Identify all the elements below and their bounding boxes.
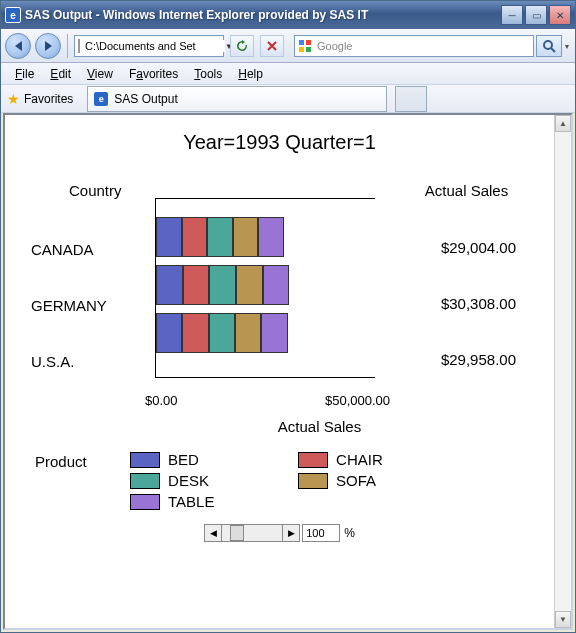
forward-button[interactable]: [35, 33, 61, 59]
bar-row: [156, 265, 375, 305]
category-label: CANADA: [25, 221, 155, 277]
search-dropdown-icon[interactable]: ▼: [563, 43, 571, 50]
search-field[interactable]: [294, 35, 534, 57]
chart-title: Year=1993 Quarter=1: [15, 131, 544, 154]
address-bar[interactable]: ▼: [74, 35, 224, 57]
legend-item: DESK: [130, 472, 270, 489]
y-axis-label: Country: [25, 182, 155, 199]
legend-swatch: [298, 452, 328, 468]
ie-icon: e: [5, 7, 21, 23]
x-axis-label: Actual Sales: [95, 418, 544, 435]
page-icon: [78, 39, 80, 53]
legend-label: CHAIR: [336, 451, 383, 468]
bar-segment-chair: [182, 313, 208, 353]
browser-window: e SAS Output - Windows Internet Explorer…: [0, 0, 576, 633]
svg-line-5: [551, 48, 555, 52]
x-axis: $0.00 $50,000.00: [145, 393, 405, 408]
legend-label: BED: [168, 451, 199, 468]
bar-row: [156, 217, 375, 257]
bar-segment-bed: [156, 217, 182, 257]
address-input[interactable]: [83, 40, 225, 52]
close-button[interactable]: ✕: [549, 5, 571, 25]
value-column: Actual Sales $29,004.00 $30,308.00 $29,9…: [375, 178, 534, 389]
back-button[interactable]: [5, 33, 31, 59]
category-label: U.S.A.: [25, 333, 155, 389]
svg-rect-3: [306, 47, 311, 52]
menu-file[interactable]: File: [7, 65, 42, 83]
browser-tab[interactable]: e SAS Output: [87, 86, 387, 112]
google-icon: [298, 39, 312, 53]
bar-segment-chair: [183, 265, 210, 305]
value-header: Actual Sales: [399, 182, 534, 199]
menu-favorites[interactable]: Favorites: [121, 65, 186, 83]
menu-tools[interactable]: Tools: [186, 65, 230, 83]
y-axis: Country CANADA GERMANY U.S.A.: [25, 178, 155, 389]
titlebar: e SAS Output - Windows Internet Explorer…: [1, 1, 575, 29]
zoom-input[interactable]: [302, 524, 340, 542]
favorites-button[interactable]: ★ Favorites: [7, 91, 73, 107]
bar-row: [156, 313, 375, 353]
bar-segment-bed: [156, 313, 182, 353]
value-cell: $29,958.00: [399, 331, 534, 387]
menu-bar: File Edit View Favorites Tools Help: [1, 63, 575, 85]
search-input[interactable]: [315, 40, 533, 52]
refresh-button[interactable]: [230, 35, 254, 57]
content-area: Year=1993 Quarter=1 Country CANADA GERMA…: [3, 113, 573, 630]
bar-segment-sofa: [236, 265, 263, 305]
bar-segment-sofa: [235, 313, 261, 353]
legend-swatch: [130, 494, 160, 510]
new-tab-button[interactable]: [395, 86, 427, 112]
magnifier-icon: [542, 39, 556, 53]
value-cell: $29,004.00: [399, 219, 534, 275]
bar-segment-desk: [207, 217, 233, 257]
bar-segment-desk: [209, 265, 236, 305]
minimize-button[interactable]: ─: [501, 5, 523, 25]
value-cell: $30,308.00: [399, 275, 534, 331]
zoom-right-button[interactable]: ▶: [282, 524, 300, 542]
legend-swatch: [298, 473, 328, 489]
menu-edit[interactable]: Edit: [42, 65, 79, 83]
legend-item: BED: [130, 451, 270, 468]
window-buttons: ─ ▭ ✕: [501, 5, 571, 25]
star-icon: ★: [7, 91, 20, 107]
scroll-track[interactable]: [555, 132, 571, 611]
vertical-scrollbar[interactable]: ▲ ▼: [554, 115, 571, 628]
legend: Product BEDCHAIRDESKSOFATABLE: [35, 451, 544, 510]
scroll-up-button[interactable]: ▲: [555, 115, 571, 132]
zoom-track[interactable]: [222, 524, 282, 542]
nav-toolbar: ▼ ▼: [1, 29, 575, 63]
maximize-button[interactable]: ▭: [525, 5, 547, 25]
legend-label: SOFA: [336, 472, 376, 489]
separator: [67, 34, 68, 58]
zoom-percent-label: %: [344, 526, 355, 540]
legend-label: TABLE: [168, 493, 214, 510]
svg-rect-1: [306, 40, 311, 45]
plot-area: [155, 198, 375, 378]
x-tick: $0.00: [145, 393, 195, 408]
scroll-down-button[interactable]: ▼: [555, 611, 571, 628]
chart: Country CANADA GERMANY U.S.A. Actual Sal…: [25, 178, 534, 389]
window-title: SAS Output - Windows Internet Explorer p…: [25, 8, 501, 22]
legend-swatch: [130, 452, 160, 468]
zoom-left-button[interactable]: ◀: [204, 524, 222, 542]
bar-segment-chair: [182, 217, 208, 257]
zoom-thumb[interactable]: [230, 525, 244, 541]
menu-view[interactable]: View: [79, 65, 121, 83]
legend-swatch: [130, 473, 160, 489]
legend-item: SOFA: [298, 472, 438, 489]
legend-label: DESK: [168, 472, 209, 489]
bar-segment-desk: [209, 313, 235, 353]
category-label: GERMANY: [25, 277, 155, 333]
bar-segment-table: [258, 217, 284, 257]
menu-help[interactable]: Help: [230, 65, 271, 83]
search-area: ▼: [294, 35, 571, 57]
legend-item: CHAIR: [298, 451, 438, 468]
bar-segment-bed: [156, 265, 183, 305]
svg-rect-2: [299, 47, 304, 52]
stop-button[interactable]: [260, 35, 284, 57]
zoom-control: ◀ ▶ %: [15, 524, 544, 542]
tab-title: SAS Output: [114, 92, 177, 106]
ie-icon: e: [94, 92, 108, 106]
search-button[interactable]: [536, 35, 562, 57]
favorites-bar: ★ Favorites e SAS Output: [1, 85, 575, 113]
